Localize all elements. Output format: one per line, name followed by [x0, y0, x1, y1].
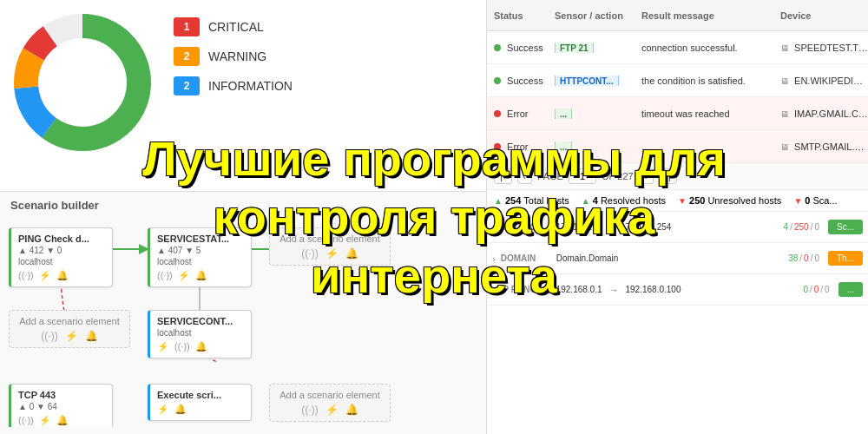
host0-count-gray: 0	[814, 222, 819, 232]
warning-badge: 2	[174, 47, 200, 66]
add-element-bottom-label: Add a scenario element	[279, 390, 380, 400]
critical-badge: 1	[174, 17, 200, 36]
total-hosts-label: Total hosts	[523, 195, 569, 206]
host2-counts: 0 / 0 / 0	[803, 285, 829, 294]
row3-status: Error	[490, 141, 551, 152]
table-row-0[interactable]: Success FTP 21 connection successful. 🖥 …	[487, 31, 868, 64]
resolved-label: Resolved hosts	[601, 195, 666, 206]
row3-sensor: ...	[551, 141, 638, 152]
first-page-btn[interactable]: |‹	[494, 168, 512, 184]
stat-resolved: ▲ 4 Resolved hosts	[582, 195, 666, 206]
host1-btn[interactable]: Th...	[828, 251, 863, 266]
row1-status: Success	[490, 76, 551, 86]
node-servicecont-meta2: localhost	[157, 328, 244, 338]
next-page-btn[interactable]: ›	[639, 168, 654, 184]
row3-sensor-badge: ...	[555, 141, 572, 152]
host0-count-green: 4	[784, 222, 789, 232]
row3-result: ...	[638, 141, 777, 152]
stat-total-hosts: ▲ 254 Total hosts	[494, 195, 569, 206]
row1-result: the condition is satisfied.	[638, 76, 777, 86]
node-ping-icons: ((·)) ⚡ 🔔	[18, 270, 105, 281]
add-element-bottom-icons: ((·)) ⚡ 🔔	[279, 404, 381, 416]
legend-item-info: 2 INFORMATION	[174, 76, 469, 95]
left-panel: 1 CRITICAL 2 WARNING 2 INFORMATION Scena…	[0, 0, 486, 434]
row1-device-icon: 🖥	[780, 76, 789, 86]
total-hosts-count: 254	[505, 195, 521, 206]
stat-unresolved: ▼ 250 Unresolved hosts	[678, 195, 781, 206]
node-tcp443-meta1: ▲ 0 ▼ 64	[18, 402, 105, 411]
row1-sensor: HTTPCONT...	[551, 76, 638, 86]
host2-btn[interactable]: ...	[838, 282, 863, 297]
last-page-btn[interactable]: ›|	[659, 168, 677, 184]
row3-status-dot	[494, 143, 501, 150]
host0-expand[interactable]: ›	[492, 222, 496, 233]
row1-status-dot	[494, 77, 501, 84]
prev-page-btn[interactable]: ‹	[517, 168, 533, 184]
total-hosts-icon: ▲	[494, 196, 503, 206]
host2-range-start: 192.168.0.1	[556, 285, 602, 294]
host0-counts: 4 / 250 / 0	[784, 222, 819, 232]
host-row-0[interactable]: › IP RANGE 172.16.0.1 → 172.16.0.254 4 /…	[487, 212, 868, 243]
stat-scan: ▼ 0 Sca...	[793, 195, 837, 206]
add-element-mid[interactable]: Add a scenario element ((·)) ⚡ 🔔	[9, 310, 130, 348]
row0-result: connection successful.	[638, 43, 777, 53]
table-header: Status Sensor / action Result message De…	[487, 0, 868, 31]
right-panel: Status Sensor / action Result message De…	[486, 0, 868, 434]
add-element-top[interactable]: Add a scenario element ((·)) ⚡ 🔔	[269, 227, 391, 266]
row2-sensor: ...	[551, 108, 638, 119]
host-row-2[interactable]: › IP RANGE 192.168.0.1 → 192.168.0.100 0…	[487, 274, 868, 306]
add-element-icons: ((·)) ⚡ 🔔	[279, 247, 381, 260]
node-servicestat-title: SERVICESTAT...	[157, 233, 244, 244]
row0-status-dot	[494, 44, 501, 51]
warning-label: WARNING	[208, 49, 266, 63]
node-tcp443-icons: ((·)) ⚡ 🔔	[18, 415, 105, 426]
stats-bar: ▲ 254 Total hosts ▲ 4 Resolved hosts ▼ 2…	[487, 190, 868, 212]
legend-item-critical: 1 CRITICAL	[174, 17, 469, 36]
node-servicestat-meta1: ▲ 407 ▼ 5	[157, 246, 244, 255]
node-ping-meta2: localhost	[18, 257, 105, 266]
node-ping[interactable]: PING Check d... ▲ 412 ▼ 0 localhost ((·)…	[9, 227, 113, 287]
scan-label: Sca...	[812, 195, 837, 206]
node-servicecont-title: SERVICECONT...	[157, 316, 244, 326]
node-servicecont[interactable]: SERVICECONT... localhost ⚡ ((·)) 🔔	[148, 310, 252, 358]
host2-count-gray: 0	[825, 285, 830, 294]
row3-device-icon: 🖥	[780, 142, 789, 152]
host-row-1[interactable]: › DOMAIN Domain.Domain 38 / 0 / 0 Th...	[487, 243, 868, 274]
row3-device: 🖥 SMTP.GMAIL.COM	[777, 141, 868, 152]
row0-sensor: FTP 21	[551, 43, 638, 53]
node-ping-title: PING Check d...	[18, 233, 105, 244]
unresolved-label: Unresolved hosts	[707, 195, 781, 206]
table-row-2[interactable]: Error ... timeout was reached 🖥 IMAP.GMA…	[487, 97, 868, 130]
page-of-label: OF 227	[602, 171, 634, 181]
critical-label: CRITICAL	[208, 20, 264, 34]
donut-chart	[9, 9, 165, 165]
add-element-bottom[interactable]: Add a scenario element ((·)) ⚡ 🔔	[269, 384, 391, 422]
node-servicestat-icons: ((·)) ⚡ 🔔	[157, 270, 244, 281]
unresolved-icon: ▼	[678, 196, 687, 206]
node-tcp443-title: TCP 443	[18, 390, 105, 400]
row0-device-icon: 🖥	[780, 43, 789, 53]
row0-device: 🖥 SPEEDTEST.TELE2.NET	[777, 43, 868, 53]
add-element-mid-label: Add a scenario element	[19, 316, 120, 326]
host1-expand[interactable]: ›	[492, 253, 496, 264]
resolved-count: 4	[593, 195, 598, 206]
table-row-3[interactable]: Error ... ... 🖥 SMTP.GMAIL.COM	[487, 130, 868, 163]
node-servicestat-meta2: localhost	[157, 257, 244, 266]
add-element-mid-icons: ((·)) ⚡ 🔔	[18, 330, 121, 342]
page-number-input[interactable]	[569, 168, 596, 184]
node-execscri[interactable]: Execute scri... ⚡ 🔔	[148, 384, 252, 421]
scenario-title: Scenario builder	[0, 192, 486, 219]
host1-count-red: 0	[804, 253, 809, 263]
host1-count-green: 38	[788, 253, 798, 263]
th-sensor: Sensor / action	[548, 10, 635, 21]
row2-status: Error	[490, 108, 551, 119]
host0-count-red: 250	[794, 222, 809, 232]
host1-count-gray: 0	[814, 253, 819, 263]
host2-expand[interactable]: ›	[492, 285, 496, 295]
resolved-icon: ▲	[582, 196, 590, 206]
table-row-1[interactable]: Success HTTPCONT... the condition is sat…	[487, 64, 868, 97]
node-servicecont-icons: ⚡ ((·)) 🔔	[157, 341, 244, 352]
host0-btn[interactable]: Sc...	[828, 220, 863, 234]
node-servicestat[interactable]: SERVICESTAT... ▲ 407 ▼ 5 localhost ((·))…	[148, 227, 252, 287]
node-tcp443[interactable]: TCP 443 ▲ 0 ▼ 64 ((·)) ⚡ 🔔	[9, 384, 113, 427]
